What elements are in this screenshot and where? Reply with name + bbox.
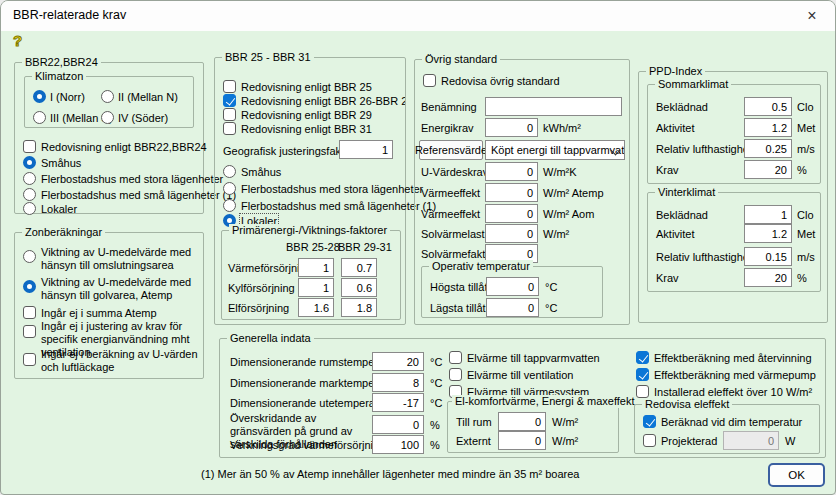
checkbox-redovisning-bbr22[interactable] [23, 140, 36, 153]
checkbox-projekterad[interactable] [643, 434, 656, 447]
footnote: (1) Mer än 50 % av Atemp innehåller läge… [201, 468, 580, 481]
unit-label: kWh/m² [543, 122, 581, 135]
overskridande-input[interactable]: 0 [372, 415, 424, 434]
checkbox-ingar-ej-justering[interactable] [23, 325, 36, 338]
sommar-bekladnad-input[interactable]: 0.5 [744, 97, 792, 116]
vinter-lufthastighet-input[interactable]: 0.15 [744, 247, 792, 266]
checkbox-installerad-eleffekt[interactable] [636, 385, 649, 398]
radio-viktning-omslutningsarea[interactable] [23, 250, 36, 263]
checkbox-redovisning-bbr29[interactable] [223, 108, 236, 121]
close-icon[interactable]: × [789, 1, 835, 31]
field-label: Värmeeffekt [421, 187, 480, 200]
radio-label: I (Norr) [50, 91, 85, 104]
vinter-bekladnad-input[interactable]: 1 [744, 205, 792, 224]
energikrav-input[interactable]: 0 [485, 118, 538, 137]
radio-flerbostadshus-stora[interactable] [223, 182, 236, 195]
elforsorjning-bbr2528-input[interactable]: 1.6 [298, 298, 334, 317]
radio-klimatzon-2[interactable] [101, 90, 114, 103]
varmeforsorjning-bbr2931-input[interactable]: 0.7 [341, 258, 377, 277]
checkbox-elvarme-ventilation[interactable] [449, 368, 462, 381]
elforsorjning-bbr2931-input[interactable]: 1.8 [341, 298, 377, 317]
checkbox-label: Effektberäkning med återvinning [654, 352, 812, 365]
benamning-input[interactable] [485, 97, 622, 116]
panel-generella-indata: Generella indata Dimensionerande rumstem… [219, 338, 826, 458]
checkbox-redovisa-ovrig[interactable] [423, 74, 436, 87]
sommar-lufthastighet-input[interactable]: 0.25 [744, 139, 792, 158]
kylforsorjning-bbr2931-input[interactable]: 0.6 [341, 278, 377, 297]
radio-flerbostadshus-sma[interactable] [223, 199, 236, 212]
projekterad-input[interactable]: 0 [723, 431, 779, 450]
panel-title: Primärenergi-/Viktnings-faktorer [229, 224, 390, 237]
vinter-krav-input[interactable]: 20 [744, 268, 792, 287]
checkbox-label: Ingår ej i beräkning av U-värden och luf… [41, 348, 199, 374]
unit-label: °C [430, 377, 442, 390]
sommar-krav-input[interactable]: 20 [744, 160, 792, 179]
externt-input[interactable]: 0 [498, 431, 546, 450]
panel-title: PPD-Index [646, 65, 705, 78]
checkbox-label: Effektberäkning med värmepump [654, 369, 816, 382]
radio-smahus[interactable] [223, 165, 236, 178]
radio-lokaler[interactable] [23, 202, 36, 215]
vinter-aktivitet-input[interactable]: 1.2 [744, 224, 792, 243]
varmeeffekt-aom-input[interactable]: 0 [485, 204, 538, 223]
till-rum-input[interactable]: 0 [498, 412, 546, 431]
panel-sommarklimat: Sommarklimat Beklädnad 0.5 Clo Aktivitet… [647, 84, 821, 184]
varmeeffekt-atemp-input[interactable]: 0 [485, 183, 538, 202]
uvardeskrav-input[interactable]: 0 [485, 162, 538, 181]
panel-klimatzon: Klimatzon I (Norr) II (Mellan N) III (Me… [24, 76, 194, 128]
panel-faktorer: Primärenergi-/Viktnings-faktorer BBR 25-… [221, 230, 401, 320]
unit-label: % [430, 419, 440, 432]
title-bar: BBR-relaterade krav × [1, 1, 835, 31]
ok-button[interactable]: OK [768, 463, 825, 487]
radio-label: Viktning av U-medelvärde med hänsyn till… [41, 246, 196, 272]
panel-title: Sommarklimat [655, 78, 731, 91]
panel-bbr22-bbr24: BBR22,BBR24 Klimatzon I (Norr) II (Mella… [14, 62, 204, 214]
checkbox-label: Ingår ej i summa Atemp [41, 307, 157, 320]
hogsta-tillatna-input[interactable]: 0 [486, 277, 539, 296]
referensvarde-button[interactable]: Referensvärde [419, 140, 483, 160]
utetemperatur-input[interactable]: -17 [372, 393, 424, 412]
checkbox-redovisning-bbr31[interactable] [223, 122, 236, 135]
panel-redovisa-eleffekt: Redovisa eleffekt Beräknad vid dim tempe… [634, 404, 820, 454]
panel-ppd-index: PPD-Index Sommarklimat Beklädnad 0.5 Clo… [638, 71, 828, 323]
radio-flerbostadshus-stora[interactable] [23, 172, 36, 185]
checkbox-effekt-atervinning[interactable] [636, 351, 649, 364]
checkbox-elvarme-tappvarmvatten[interactable] [449, 351, 462, 364]
unit-label: W/m² Atemp [543, 187, 604, 200]
panel-title: Redovisa eleffekt [642, 398, 732, 411]
lagsta-tillatna-input[interactable]: 0 [486, 298, 539, 317]
radio-smahus[interactable] [23, 156, 36, 169]
varmeforsorjning-bbr2528-input[interactable]: 1 [298, 258, 334, 277]
checkbox-redovisning-bbr26-28[interactable] [223, 94, 236, 107]
unit-label: W/m²K [543, 166, 577, 179]
radio-klimatzon-1[interactable] [33, 90, 46, 103]
radio-viktning-golvarea[interactable] [23, 280, 36, 293]
radio-klimatzon-4[interactable] [101, 111, 114, 124]
geografisk-justeringsfaktor-input[interactable]: 1 [339, 140, 393, 159]
verkningsgrad-input[interactable]: 100 [372, 435, 424, 454]
unit-label: Clo [797, 209, 814, 222]
panel-title: El-komfortvärme, Energi & maxeffekt [452, 395, 638, 408]
checkbox-label: Redovisning enligt BBR 31 [241, 123, 372, 136]
checkbox-effekt-varmepump[interactable] [636, 368, 649, 381]
checkbox-label: Redovisning enligt BBR22,BBR24 [41, 141, 207, 154]
radio-label: Flerbostadshus med stora lägenheter [241, 183, 423, 196]
checkbox-ingar-ej-summa-atemp[interactable] [23, 306, 36, 319]
unit-label: °C [545, 302, 557, 315]
marktemperatur-input[interactable]: 8 [372, 373, 424, 392]
radio-flerbostadshus-sma[interactable] [23, 188, 36, 201]
checkbox-label: Projekterad [661, 435, 717, 448]
checkbox-ingar-ej-berakning[interactable] [23, 353, 36, 366]
row-label: Beklädnad [656, 209, 708, 222]
kylforsorjning-bbr2528-input[interactable]: 1 [298, 278, 334, 297]
checkbox-beraknad-dim-temperatur[interactable] [643, 415, 656, 428]
radio-klimatzon-3[interactable] [33, 111, 46, 124]
help-icon[interactable]: ? [13, 32, 22, 49]
field-label: Solvärmelast [421, 228, 485, 241]
solvarmelast-input[interactable]: 0 [485, 224, 538, 243]
checkbox-redovisning-bbr25[interactable] [223, 80, 236, 93]
checkbox-label: Elvärme till tappvarmvatten [467, 352, 600, 365]
sommar-aktivitet-input[interactable]: 1.2 [744, 118, 792, 137]
rumstemperatur-input[interactable]: 20 [372, 352, 424, 371]
referensvarde-combobox[interactable]: Köpt energi till tappvarmvatten [485, 140, 625, 160]
